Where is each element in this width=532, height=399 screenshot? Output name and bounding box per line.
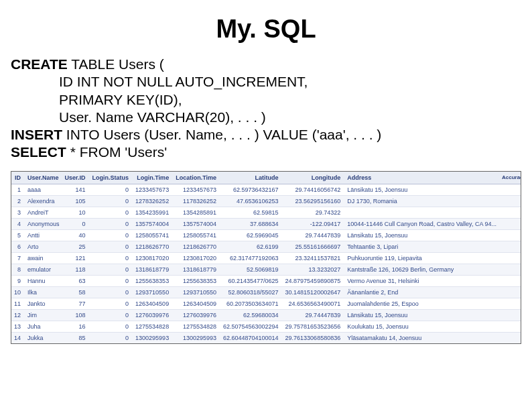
table-row[interactable]: 3AndreiT1001354235991135428589162.598152…: [11, 207, 521, 218]
cell-latitude: 62.59736432167: [220, 184, 283, 195]
cell-id: 2: [11, 195, 25, 207]
cell-userid: 16: [62, 321, 90, 332]
create-rest: TABLE Users (: [68, 56, 164, 72]
cell-userid: 85: [62, 332, 90, 343]
col-header-logintime[interactable]: Login.Time: [133, 172, 173, 184]
cell-address: Juomalahdentie 25, Espoo: [344, 298, 499, 309]
cell-address: Yläsatamakatu 14, Joensuu: [344, 332, 499, 343]
cell-locationtime: 1263404509: [173, 298, 220, 309]
cell-accuracy: -1: [499, 229, 521, 241]
cell-longitude: -122.09417: [283, 218, 345, 229]
col-header-longitude[interactable]: Longitude: [283, 172, 345, 184]
table-row[interactable]: 8emulator11801318618779131861877952.5069…: [11, 264, 521, 275]
cell-loginstatus: 0: [90, 252, 133, 264]
cell-loginstatus: 0: [90, 229, 133, 241]
page-title: My. SQL: [11, 15, 521, 44]
col-header-address[interactable]: Address: [344, 172, 499, 184]
table-row[interactable]: 6Arto2501218626770121862677062.619925.55…: [11, 241, 521, 252]
cell-longitude: 30.14815120002647: [283, 286, 345, 298]
table-row[interactable]: 2Alexendra10501278326252117832625247.653…: [11, 195, 521, 207]
cell-id: 3: [11, 207, 25, 218]
cell-username: Jim: [25, 309, 62, 321]
col-header-locationtime[interactable]: Location.Time: [173, 172, 220, 184]
table-row[interactable]: 11Jankto7701263404509126340450960.207350…: [11, 298, 521, 309]
cell-accuracy: -1: [499, 252, 521, 264]
table-row[interactable]: 12Jim10801276039976127603997662.59680034…: [11, 309, 521, 321]
col-header-latitude[interactable]: Latitude: [220, 172, 283, 184]
cell-userid: 121: [62, 252, 90, 264]
results-table: ID User.Name User.ID Login.Status Login.…: [11, 172, 521, 343]
table-row[interactable]: 1aaaa14101233457673123345767362.59736432…: [11, 184, 521, 195]
cell-latitude: 62.59815: [220, 207, 283, 218]
sql-insert-line: INSERT INTO Users (User. Name, . . . ) V…: [11, 126, 521, 144]
cell-logintime: 1276039976: [133, 309, 173, 321]
table-row[interactable]: 4Anonymous001357574004135757400437.68863…: [11, 218, 521, 229]
cell-logintime: 1230817020: [133, 252, 173, 264]
cell-accuracy: -1: [499, 184, 521, 195]
cell-logintime: 1255638353: [133, 275, 173, 286]
cell-loginstatus: 0: [90, 241, 133, 252]
cell-locationtime: 1276039976: [173, 309, 220, 321]
cell-logintime: 1258055741: [133, 229, 173, 241]
table-row[interactable]: 14Jukka8501300295993130029599362.6044870…: [11, 332, 521, 343]
table-row[interactable]: 7awain12101230817020123081702062.3174771…: [11, 252, 521, 264]
cell-logintime: 1354235991: [133, 207, 173, 218]
cell-userid: 25: [62, 241, 90, 252]
cell-address: [344, 207, 499, 218]
cell-username: Hannu: [25, 275, 62, 286]
cell-loginstatus: 0: [90, 286, 133, 298]
table-row[interactable]: 5Antti4001258055741125805574162.59690452…: [11, 229, 521, 241]
cell-accuracy: -1: [499, 195, 521, 207]
cell-accuracy: 65: [499, 207, 521, 218]
cell-username: emulator: [25, 264, 62, 275]
cell-accuracy: -1: [499, 298, 521, 309]
cell-logintime: 1357574004: [133, 218, 173, 229]
table-row[interactable]: 13Juha1601275534828127553482862.50754563…: [11, 321, 521, 332]
col-header-accuracy[interactable]: Accuracy GPS horizontal accuracy (meters…: [499, 172, 521, 184]
cell-username: Juha: [25, 321, 62, 332]
sql-line-username: User. Name VARCHAR(20), . . . ): [11, 109, 521, 126]
cell-longitude: 29.75781653523656: [283, 321, 345, 332]
cell-logintime: 1300295993: [133, 332, 173, 343]
cell-id: 8: [11, 264, 25, 275]
table-row[interactable]: 9Hannu6301255638353125563835360.21435477…: [11, 275, 521, 286]
cell-username: AndreiT: [25, 207, 62, 218]
cell-accuracy: -1: [499, 332, 521, 343]
col-header-username[interactable]: User.Name: [25, 172, 62, 184]
create-keyword: CREATE: [11, 56, 68, 72]
cell-longitude: 13.3232027: [283, 264, 345, 275]
cell-address: Länsikatu 15, Joensuu: [344, 309, 499, 321]
results-table-wrap: ID User.Name User.ID Login.Status Login.…: [11, 171, 521, 344]
sql-select-line: SELECT * FROM 'Users': [11, 144, 521, 161]
cell-userid: 118: [62, 264, 90, 275]
cell-latitude: 62.317477192063: [220, 252, 283, 264]
cell-id: 13: [11, 321, 25, 332]
col-header-userid[interactable]: User.ID: [62, 172, 90, 184]
insert-rest: INTO Users (User. Name, . . . ) VALUE ('…: [62, 127, 381, 142]
cell-id: 5: [11, 229, 25, 241]
accuracy-label: Accuracy: [502, 174, 521, 180]
cell-longitude: 29.74447839: [283, 309, 345, 321]
cell-locationtime: 1178326252: [173, 195, 220, 207]
cell-locationtime: 1218626770: [173, 241, 220, 252]
cell-address: Koulukatu 15, Joensuu: [344, 321, 499, 332]
cell-loginstatus: 0: [90, 184, 133, 195]
cell-logintime: 1233457673: [133, 184, 173, 195]
cell-locationtime: 1318618779: [173, 264, 220, 275]
col-header-loginstatus[interactable]: Login.Status: [90, 172, 133, 184]
cell-address: Vermo Avenue 31, Helsinki: [344, 275, 499, 286]
cell-locationtime: 1258055741: [173, 229, 220, 241]
table-row[interactable]: 10Ilka5801293710550129371055052.8060318/…: [11, 286, 521, 298]
cell-userid: 77: [62, 298, 90, 309]
cell-latitude: 52.5069819: [220, 264, 283, 275]
cell-address: Kantstraße 126, 10629 Berlin, Germany: [344, 264, 499, 275]
cell-userid: 0: [62, 218, 90, 229]
cell-username: Anonymous: [25, 218, 62, 229]
cell-logintime: 1218626770: [133, 241, 173, 252]
col-header-id[interactable]: ID: [11, 172, 25, 184]
cell-loginstatus: 0: [90, 275, 133, 286]
cell-latitude: 60.21435477/0625: [220, 275, 283, 286]
cell-id: 14: [11, 332, 25, 343]
cell-userid: 108: [62, 309, 90, 321]
cell-longitude: 29.74322: [283, 207, 345, 218]
